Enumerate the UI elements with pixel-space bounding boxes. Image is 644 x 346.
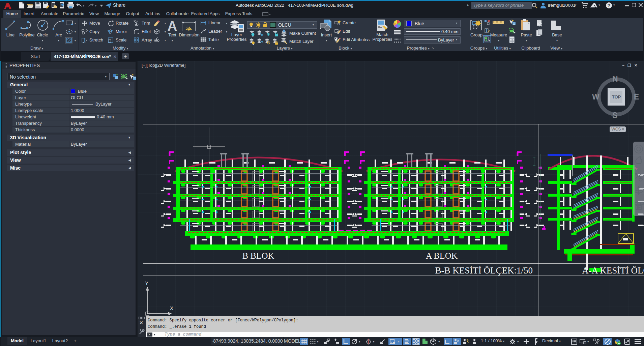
svg-text:TOP: TOP xyxy=(612,94,621,99)
svg-text:?: ? xyxy=(608,3,611,8)
